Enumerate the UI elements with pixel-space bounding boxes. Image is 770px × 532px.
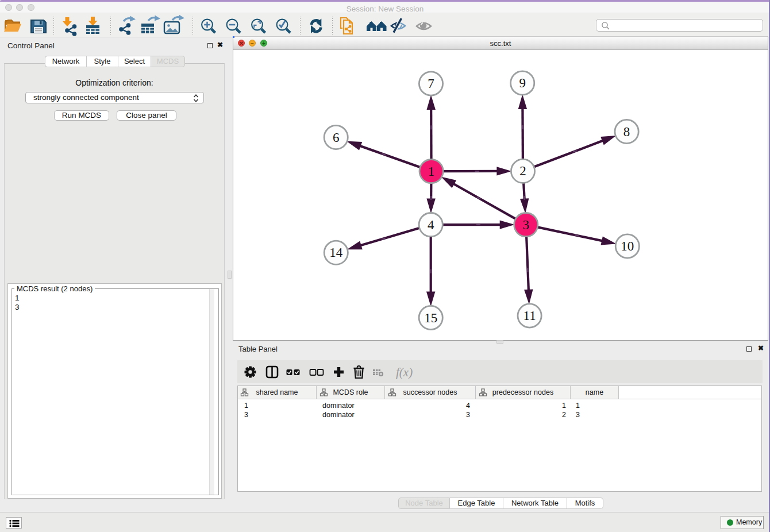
svg-text:6: 6 bbox=[333, 130, 340, 145]
svg-text:7: 7 bbox=[428, 76, 434, 91]
svg-text:2: 2 bbox=[519, 164, 526, 178]
svg-text:4: 4 bbox=[428, 218, 434, 232]
svg-text:8: 8 bbox=[623, 125, 630, 139]
svg-text:11: 11 bbox=[523, 309, 536, 323]
svg-text:f(x): f(x) bbox=[396, 365, 413, 379]
svg-text:1: 1 bbox=[428, 164, 435, 179]
svg-text:15: 15 bbox=[424, 311, 437, 325]
svg-text:14: 14 bbox=[329, 245, 343, 260]
svg-text:3: 3 bbox=[523, 218, 530, 232]
svg-text:10: 10 bbox=[621, 239, 634, 253]
svg-text:9: 9 bbox=[519, 76, 526, 90]
